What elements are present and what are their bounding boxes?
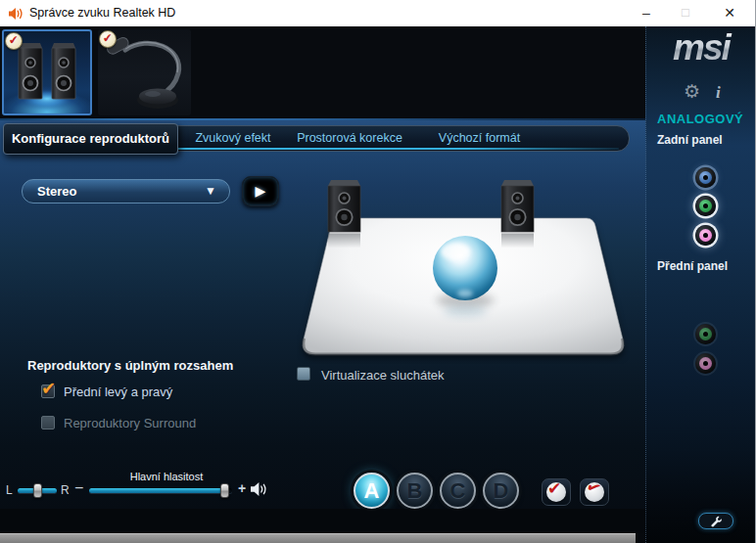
device-advanced-settings-button[interactable]	[698, 513, 733, 529]
tab-default-format[interactable]: Výchozí formát	[422, 126, 537, 151]
default-device-check-icon: ✔	[5, 32, 23, 50]
realtek-audio-manager-window: Správce zvuku Realtek HD – □ ✕ ✔	[0, 0, 756, 543]
wrench-icon	[710, 516, 722, 527]
full-range-speakers-heading: Reproduktory s úplným rozsahem	[27, 358, 233, 373]
front-panel-label: Přední panel	[657, 259, 728, 273]
info-icon[interactable]: i	[716, 83, 721, 103]
surround-speakers-checkbox[interactable]	[41, 416, 55, 430]
test-sound-play-button[interactable]: ▶	[242, 176, 279, 206]
gear-icon[interactable]: ⚙	[684, 82, 700, 102]
red-check-icon: ✔	[547, 478, 561, 499]
bottom-strip	[0, 509, 645, 533]
speaker-channel-dropdown[interactable]: Stereo ▼	[22, 179, 230, 204]
speaker-configuration-panel: Konfigurace reproduktorů Zvukový efekt P…	[0, 118, 645, 509]
tab-room-correction[interactable]: Prostorová korekce	[290, 126, 409, 151]
jack-front-headphone-green[interactable]	[695, 324, 716, 344]
back-panel-label: Zadní panel	[657, 133, 723, 147]
dropdown-selected-value: Stereo	[37, 180, 76, 203]
profile-button-d[interactable]: D	[483, 473, 519, 509]
volume-minus-label: −	[74, 479, 83, 497]
profile-button-b[interactable]: B	[397, 473, 433, 509]
volume-fill	[89, 488, 225, 493]
main-volume-label: Hlavní hlasitost	[108, 471, 225, 482]
set-default-communication-device-button[interactable]: ✔	[580, 478, 609, 506]
tab-sound-effect[interactable]: Zvukový efekt	[182, 126, 284, 151]
surround-speakers-label: Reproduktory Surround	[64, 416, 196, 430]
jack-front-mic-pink[interactable]	[695, 353, 716, 374]
set-default-device-button[interactable]: ✔	[542, 478, 571, 506]
balance-right-label: R	[61, 483, 70, 497]
window-title: Správce zvuku Realtek HD	[29, 0, 175, 26]
default-device-check-icon: ✔	[99, 30, 117, 48]
device-tab-microphone[interactable]: ✔	[98, 29, 191, 115]
jack-line-in-blue[interactable]	[695, 167, 716, 188]
speaker-scene-illustration	[297, 157, 630, 364]
tab-speaker-configuration[interactable]: Konfigurace reproduktorů	[3, 123, 178, 155]
titlebar: Správce zvuku Realtek HD – □ ✕	[0, 0, 756, 26]
minimize-button[interactable]: –	[629, 0, 664, 25]
window-bottom-edge	[0, 533, 636, 543]
balance-slider[interactable]	[18, 488, 57, 493]
app-speaker-icon	[8, 6, 24, 22]
profile-button-a[interactable]: A	[354, 473, 390, 509]
front-left-right-checkbox[interactable]: ✔	[41, 385, 55, 398]
speaker-volume-icon	[250, 482, 268, 496]
jack-mic-in-pink[interactable]	[695, 225, 716, 246]
tab-bar: Konfigurace reproduktorů Zvukový efekt P…	[5, 125, 630, 152]
headphone-virtualization-checkbox[interactable]	[297, 367, 310, 381]
connector-sidebar: msi ⚙ i ANALOGOVÝ Zadní panel Přední pan…	[645, 26, 756, 543]
microphone-device-icon	[104, 34, 186, 113]
device-strip: ✔	[0, 26, 645, 118]
volume-slider-thumb[interactable]	[220, 483, 229, 498]
analog-heading: ANALOGOVÝ	[657, 112, 743, 126]
balance-left-label: L	[6, 483, 13, 497]
device-tab-speakers[interactable]: ✔	[2, 29, 92, 115]
close-button[interactable]: ✕	[709, 0, 750, 25]
play-icon: ▶	[256, 183, 266, 199]
speakers-device-icon	[13, 36, 81, 114]
main-volume-slider[interactable]	[89, 488, 232, 493]
window-body: ✔	[0, 26, 756, 543]
profile-button-c[interactable]: C	[440, 473, 476, 509]
check-icon: ✔	[41, 378, 56, 399]
jack-line-out-green[interactable]	[695, 196, 716, 216]
headphone-virtualization-label: Virtualizace sluchátek	[321, 368, 445, 383]
volume-plus-label: +	[238, 480, 246, 496]
msi-logo: msi	[646, 27, 756, 68]
maximize-button[interactable]: □	[668, 0, 703, 25]
chevron-down-icon: ▼	[205, 180, 216, 203]
balance-slider-thumb[interactable]	[33, 483, 42, 498]
front-left-right-label: Přední levý a pravý	[64, 385, 172, 399]
